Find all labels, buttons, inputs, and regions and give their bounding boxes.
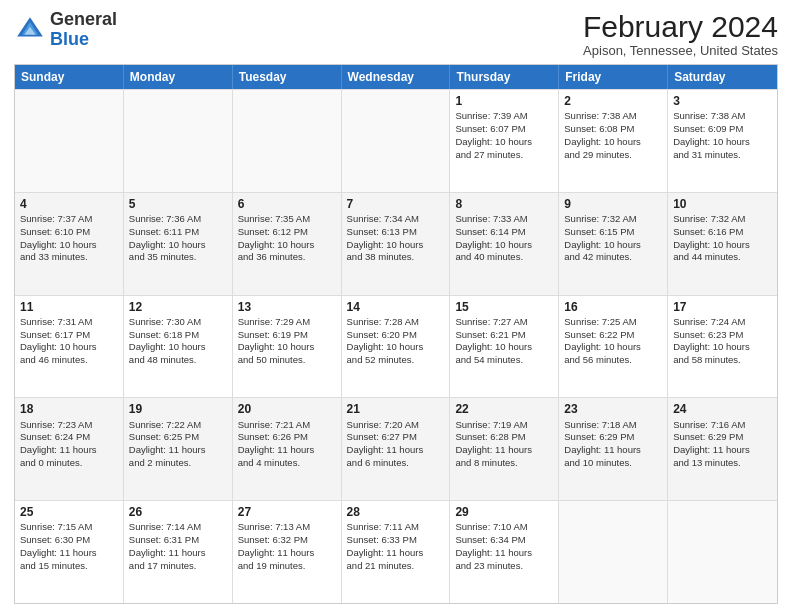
cal-cell: 1Sunrise: 7:39 AMSunset: 6:07 PMDaylight… bbox=[450, 90, 559, 192]
logo-text: General Blue bbox=[50, 10, 117, 50]
title-block: February 2024 Apison, Tennessee, United … bbox=[583, 10, 778, 58]
header-day-sunday: Sunday bbox=[15, 65, 124, 89]
cal-cell: 21Sunrise: 7:20 AMSunset: 6:27 PMDayligh… bbox=[342, 398, 451, 500]
day-info-line: Daylight: 10 hours bbox=[238, 239, 336, 252]
day-number: 21 bbox=[347, 401, 445, 417]
day-number: 28 bbox=[347, 504, 445, 520]
header-day-wednesday: Wednesday bbox=[342, 65, 451, 89]
cal-cell bbox=[15, 90, 124, 192]
day-info-line: Daylight: 11 hours bbox=[564, 444, 662, 457]
day-info-line: Sunset: 6:08 PM bbox=[564, 123, 662, 136]
cal-cell: 4Sunrise: 7:37 AMSunset: 6:10 PMDaylight… bbox=[15, 193, 124, 295]
day-number: 13 bbox=[238, 299, 336, 315]
day-info-line: and 54 minutes. bbox=[455, 354, 553, 367]
cal-cell: 18Sunrise: 7:23 AMSunset: 6:24 PMDayligh… bbox=[15, 398, 124, 500]
day-info-line: Sunrise: 7:15 AM bbox=[20, 521, 118, 534]
day-info-line: Sunset: 6:10 PM bbox=[20, 226, 118, 239]
day-number: 6 bbox=[238, 196, 336, 212]
day-info-line: Sunrise: 7:38 AM bbox=[564, 110, 662, 123]
day-number: 12 bbox=[129, 299, 227, 315]
day-info-line: Daylight: 10 hours bbox=[564, 136, 662, 149]
day-info-line: and 52 minutes. bbox=[347, 354, 445, 367]
day-info-line: Daylight: 10 hours bbox=[564, 239, 662, 252]
day-info-line: Sunrise: 7:21 AM bbox=[238, 419, 336, 432]
day-info-line: Daylight: 11 hours bbox=[347, 444, 445, 457]
day-info-line: and 29 minutes. bbox=[564, 149, 662, 162]
day-info-line: Daylight: 11 hours bbox=[129, 444, 227, 457]
day-info-line: Sunset: 6:18 PM bbox=[129, 329, 227, 342]
day-info-line: Daylight: 10 hours bbox=[455, 341, 553, 354]
day-info-line: Sunset: 6:20 PM bbox=[347, 329, 445, 342]
day-info-line: Daylight: 10 hours bbox=[673, 136, 772, 149]
cal-cell bbox=[668, 501, 777, 603]
day-info-line: and 50 minutes. bbox=[238, 354, 336, 367]
logo-general: General bbox=[50, 9, 117, 29]
cal-cell bbox=[342, 90, 451, 192]
cal-cell: 6Sunrise: 7:35 AMSunset: 6:12 PMDaylight… bbox=[233, 193, 342, 295]
cal-cell: 24Sunrise: 7:16 AMSunset: 6:29 PMDayligh… bbox=[668, 398, 777, 500]
day-info-line: Daylight: 11 hours bbox=[347, 547, 445, 560]
cal-row-5: 25Sunrise: 7:15 AMSunset: 6:30 PMDayligh… bbox=[15, 500, 777, 603]
day-info-line: Sunset: 6:30 PM bbox=[20, 534, 118, 547]
day-info-line: Sunrise: 7:32 AM bbox=[564, 213, 662, 226]
cal-cell: 8Sunrise: 7:33 AMSunset: 6:14 PMDaylight… bbox=[450, 193, 559, 295]
day-number: 2 bbox=[564, 93, 662, 109]
logo-blue: Blue bbox=[50, 29, 89, 49]
day-info-line: Sunrise: 7:29 AM bbox=[238, 316, 336, 329]
day-info-line: Sunrise: 7:37 AM bbox=[20, 213, 118, 226]
day-info-line: Sunset: 6:31 PM bbox=[129, 534, 227, 547]
day-info-line: Daylight: 10 hours bbox=[20, 341, 118, 354]
day-info-line: and 0 minutes. bbox=[20, 457, 118, 470]
day-number: 14 bbox=[347, 299, 445, 315]
cal-cell: 13Sunrise: 7:29 AMSunset: 6:19 PMDayligh… bbox=[233, 296, 342, 398]
day-info-line: Sunset: 6:11 PM bbox=[129, 226, 227, 239]
day-info-line: Sunset: 6:23 PM bbox=[673, 329, 772, 342]
logo: General Blue bbox=[14, 10, 117, 50]
header-day-friday: Friday bbox=[559, 65, 668, 89]
day-number: 5 bbox=[129, 196, 227, 212]
cal-cell: 5Sunrise: 7:36 AMSunset: 6:11 PMDaylight… bbox=[124, 193, 233, 295]
day-info-line: Sunrise: 7:20 AM bbox=[347, 419, 445, 432]
day-info-line: Sunset: 6:33 PM bbox=[347, 534, 445, 547]
day-info-line: Sunset: 6:34 PM bbox=[455, 534, 553, 547]
cal-cell bbox=[124, 90, 233, 192]
day-info-line: Daylight: 11 hours bbox=[20, 547, 118, 560]
day-info-line: and 4 minutes. bbox=[238, 457, 336, 470]
day-info-line: Sunrise: 7:27 AM bbox=[455, 316, 553, 329]
day-info-line: Sunset: 6:19 PM bbox=[238, 329, 336, 342]
cal-cell: 16Sunrise: 7:25 AMSunset: 6:22 PMDayligh… bbox=[559, 296, 668, 398]
day-info-line: Sunrise: 7:28 AM bbox=[347, 316, 445, 329]
day-number: 17 bbox=[673, 299, 772, 315]
day-info-line: Daylight: 10 hours bbox=[129, 239, 227, 252]
day-info-line: Sunrise: 7:34 AM bbox=[347, 213, 445, 226]
day-info-line: Daylight: 11 hours bbox=[238, 444, 336, 457]
cal-cell: 28Sunrise: 7:11 AMSunset: 6:33 PMDayligh… bbox=[342, 501, 451, 603]
day-number: 8 bbox=[455, 196, 553, 212]
day-info-line: Sunrise: 7:14 AM bbox=[129, 521, 227, 534]
day-info-line: and 36 minutes. bbox=[238, 251, 336, 264]
day-number: 23 bbox=[564, 401, 662, 417]
day-info-line: Sunset: 6:28 PM bbox=[455, 431, 553, 444]
page: General Blue February 2024 Apison, Tenne… bbox=[0, 0, 792, 612]
header-day-tuesday: Tuesday bbox=[233, 65, 342, 89]
day-info-line: Sunset: 6:22 PM bbox=[564, 329, 662, 342]
day-number: 26 bbox=[129, 504, 227, 520]
cal-cell: 22Sunrise: 7:19 AMSunset: 6:28 PMDayligh… bbox=[450, 398, 559, 500]
day-info-line: Sunset: 6:14 PM bbox=[455, 226, 553, 239]
cal-cell: 29Sunrise: 7:10 AMSunset: 6:34 PMDayligh… bbox=[450, 501, 559, 603]
day-number: 16 bbox=[564, 299, 662, 315]
day-info-line: and 35 minutes. bbox=[129, 251, 227, 264]
day-number: 25 bbox=[20, 504, 118, 520]
day-info-line: Daylight: 10 hours bbox=[455, 239, 553, 252]
day-number: 11 bbox=[20, 299, 118, 315]
cal-cell: 14Sunrise: 7:28 AMSunset: 6:20 PMDayligh… bbox=[342, 296, 451, 398]
day-info-line: Daylight: 10 hours bbox=[347, 341, 445, 354]
day-number: 24 bbox=[673, 401, 772, 417]
cal-cell: 27Sunrise: 7:13 AMSunset: 6:32 PMDayligh… bbox=[233, 501, 342, 603]
day-info-line: Sunrise: 7:33 AM bbox=[455, 213, 553, 226]
day-info-line: and 58 minutes. bbox=[673, 354, 772, 367]
day-info-line: and 21 minutes. bbox=[347, 560, 445, 573]
day-info-line: Daylight: 10 hours bbox=[238, 341, 336, 354]
header: General Blue February 2024 Apison, Tenne… bbox=[14, 10, 778, 58]
day-info-line: Sunrise: 7:35 AM bbox=[238, 213, 336, 226]
